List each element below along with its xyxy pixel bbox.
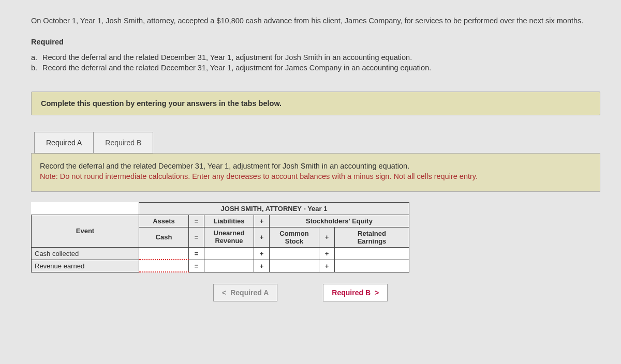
op-eq-r1: =	[189, 247, 204, 260]
requirement-b-text: Record the deferral and the related Dece…	[42, 64, 600, 72]
op-plus-1: +	[254, 215, 270, 227]
chevron-left-icon: <	[222, 289, 226, 297]
col-event: Event	[32, 215, 139, 247]
op-plus-r2b: +	[319, 260, 335, 272]
col-stockholders-equity: Stockholders' Equity	[270, 215, 409, 227]
next-button-label: Required B	[332, 289, 371, 297]
col-cash: Cash	[139, 227, 189, 247]
instruction-box: Record the deferral and the related Dece…	[31, 153, 600, 192]
op-plus-r1a: +	[254, 247, 270, 260]
equation-table: JOSH SMITH, ATTORNEY - Year 1 Event Asse…	[31, 202, 409, 273]
chevron-right-icon: >	[375, 289, 379, 297]
requirement-a: a. Record the deferral and the related D…	[31, 53, 600, 62]
op-equals-1: =	[189, 215, 204, 227]
prev-button-label: Required A	[230, 289, 269, 297]
op-eq-r2: =	[189, 260, 204, 272]
equation-table-wrap: JOSH SMITH, ATTORNEY - Year 1 Event Asse…	[31, 202, 600, 273]
col-unearned-revenue: UnearnedRevenue	[204, 227, 254, 247]
input-r1-cash[interactable]	[139, 247, 189, 260]
op-equals-2: =	[189, 227, 204, 247]
page: On October 1, Year 1, Josh Smith, attorn…	[16, 0, 621, 322]
requirements-list: a. Record the deferral and the related D…	[31, 53, 600, 72]
next-button[interactable]: Required B >	[323, 284, 388, 301]
input-r2-retained[interactable]	[335, 260, 409, 272]
col-retained-earnings: RetainedEarnings	[335, 227, 409, 247]
nav-spacer	[31, 284, 213, 301]
op-plus-r1b: +	[319, 247, 335, 260]
table-title: JOSH SMITH, ATTORNEY - Year 1	[139, 202, 409, 215]
requirement-b: b. Record the deferral and the related D…	[31, 64, 600, 72]
requirement-b-label: b.	[31, 64, 42, 72]
hint-bar: Complete this question by entering your …	[31, 92, 600, 115]
input-r2-unearned[interactable]	[204, 260, 254, 272]
tab-required-a[interactable]: Required A	[34, 132, 94, 154]
nav-buttons: < Required A Required B >	[31, 284, 600, 301]
required-label: Required	[31, 38, 600, 46]
input-r1-common[interactable]	[270, 247, 319, 260]
col-assets: Assets	[139, 215, 189, 227]
op-plus-r2a: +	[254, 260, 270, 272]
instruction-note: Note: Do not round intermediate calculat…	[40, 172, 478, 180]
requirement-a-label: a.	[31, 53, 42, 62]
problem-intro: On October 1, Year 1, Josh Smith, attorn…	[31, 16, 600, 26]
row-cash-collected-label: Cash collected	[32, 247, 139, 260]
instruction-line1: Record the deferral and the related Dece…	[40, 162, 409, 170]
tab-strip: Required A Required B	[34, 132, 600, 154]
tab-required-b[interactable]: Required B	[93, 132, 153, 154]
intro-text: On October 1, Year 1, Josh Smith, attorn…	[31, 16, 600, 26]
prev-button[interactable]: < Required A	[213, 284, 277, 301]
input-r1-retained[interactable]	[335, 247, 409, 260]
op-plus-3: +	[319, 227, 335, 247]
col-common-stock: CommonStock	[270, 227, 319, 247]
col-liabilities: Liabilities	[204, 215, 254, 227]
input-r2-cash[interactable]	[139, 260, 189, 272]
input-r1-unearned[interactable]	[204, 247, 254, 260]
op-plus-2: +	[254, 227, 270, 247]
requirement-a-text: Record the deferral and the related Dece…	[42, 53, 600, 62]
row-revenue-earned-label: Revenue earned	[32, 260, 139, 272]
spacer	[32, 202, 139, 215]
input-r2-common[interactable]	[270, 260, 319, 272]
